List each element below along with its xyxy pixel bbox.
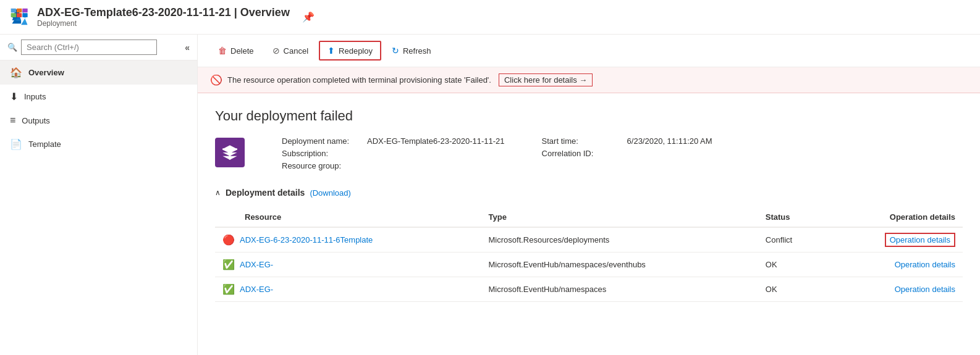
table-row: ✅ADX-EG-Microsoft.EventHub/namespacesOKO… bbox=[215, 277, 963, 302]
azure-logo bbox=[10, 7, 30, 27]
collapse-sidebar-button[interactable]: « bbox=[185, 43, 190, 52]
resource-status: OK bbox=[758, 277, 825, 302]
details-header: ∧ Deployment details (Download) bbox=[215, 188, 963, 198]
deployment-details-table: Resource Type Status Operation details 🔴… bbox=[215, 207, 963, 302]
resource-link[interactable]: ADX-EG- bbox=[240, 260, 273, 269]
page-content: Your deployment failed Deployment name: bbox=[198, 93, 980, 317]
cancel-button[interactable]: ⊘ Cancel bbox=[264, 41, 316, 60]
svg-rect-3 bbox=[17, 13, 22, 17]
resource-group-row: Resource group: bbox=[282, 161, 505, 170]
toolbar: 🗑 Delete ⊘ Cancel ⬆ Redeploy ↻ Refresh bbox=[198, 35, 980, 67]
click-here-link[interactable]: Click here for details → bbox=[499, 73, 593, 86]
resource-type: Microsoft.EventHub/namespaces bbox=[481, 277, 758, 302]
pin-icon[interactable]: 📌 bbox=[302, 11, 315, 23]
content-area: 🗑 Delete ⊘ Cancel ⬆ Redeploy ↻ Refresh 🚫… bbox=[198, 35, 980, 355]
cancel-icon: ⊘ bbox=[272, 46, 280, 56]
template-icon: 📄 bbox=[10, 138, 22, 150]
sidebar-item-template[interactable]: 📄Template bbox=[0, 132, 197, 156]
svg-rect-5 bbox=[22, 13, 27, 17]
deployment-details-section: ∧ Deployment details (Download) Resource… bbox=[215, 188, 963, 302]
ok-status-icon: ✅ bbox=[222, 259, 235, 270]
operation-details-link[interactable]: Operation details bbox=[895, 260, 955, 269]
inputs-icon: ⬇ bbox=[10, 91, 18, 102]
sidebar-item-label: Outputs bbox=[22, 116, 50, 125]
overview-icon: 🏠 bbox=[10, 67, 22, 78]
page-header: ADX-EG-Template6-23-2020-11-11-21 | Over… bbox=[0, 0, 980, 35]
error-status-icon: 🔴 bbox=[222, 234, 235, 246]
info-right: Start time: 6/23/2020, 11:11:20 AM Corre… bbox=[542, 136, 712, 158]
table-row: ✅ADX-EG-Microsoft.EventHub/namespaces/ev… bbox=[215, 253, 963, 277]
deployment-name-row: Deployment name: ADX-EG-Template6-23-202… bbox=[282, 136, 505, 146]
sidebar: 🔍 « 🏠Overview⬇Inputs≡Outputs📄Template bbox=[0, 35, 198, 355]
delete-button[interactable]: 🗑 Delete bbox=[210, 41, 262, 60]
main-layout: 🔍 « 🏠Overview⬇Inputs≡Outputs📄Template 🗑 … bbox=[0, 35, 980, 355]
header-title-block: ADX-EG-Template6-23-2020-11-11-21 | Over… bbox=[37, 6, 290, 28]
sidebar-item-inputs[interactable]: ⬇Inputs bbox=[0, 85, 197, 109]
search-input[interactable] bbox=[21, 40, 157, 55]
deployment-failed-title: Your deployment failed bbox=[215, 108, 963, 124]
resource-type: Microsoft.EventHub/namespaces/eventhubs bbox=[481, 253, 758, 277]
svg-rect-4 bbox=[22, 8, 27, 12]
svg-rect-0 bbox=[11, 8, 16, 12]
col-type: Type bbox=[481, 207, 758, 227]
page-title: ADX-EG-Template6-23-2020-11-11-21 | Over… bbox=[37, 6, 290, 19]
download-link[interactable]: (Download) bbox=[310, 188, 350, 198]
col-status: Status bbox=[758, 207, 825, 227]
operation-details-link[interactable]: Operation details bbox=[895, 285, 955, 294]
page-subtitle: Deployment bbox=[37, 19, 290, 28]
table-header: Resource Type Status Operation details bbox=[215, 207, 963, 227]
search-icon: 🔍 bbox=[7, 43, 17, 52]
start-time-row: Start time: 6/23/2020, 11:11:20 AM bbox=[542, 136, 712, 146]
deployment-icon bbox=[215, 138, 245, 167]
redeploy-button[interactable]: ⬆ Redeploy bbox=[319, 41, 381, 61]
sidebar-item-label: Inputs bbox=[24, 92, 46, 101]
error-banner: 🚫 The resource operation completed with … bbox=[198, 67, 980, 93]
table-header-row: Resource Type Status Operation details bbox=[215, 207, 963, 227]
col-op-details: Operation details bbox=[825, 207, 963, 227]
search-bar: 🔍 « bbox=[0, 35, 197, 61]
info-left: Deployment name: ADX-EG-Template6-23-202… bbox=[282, 136, 505, 170]
svg-rect-2 bbox=[17, 8, 22, 12]
resource-status: OK bbox=[758, 253, 825, 277]
error-icon: 🚫 bbox=[210, 74, 222, 86]
details-section-title: Deployment details bbox=[226, 188, 305, 198]
ok-status-icon: ✅ bbox=[222, 283, 235, 295]
error-message: The resource operation completed with te… bbox=[227, 75, 491, 85]
table-row: 🔴ADX-EG-6-23-2020-11-11-6TemplateMicroso… bbox=[215, 227, 963, 253]
resource-link[interactable]: ADX-EG- bbox=[240, 285, 273, 294]
resource-status: Conflict bbox=[758, 227, 825, 253]
col-resource: Resource bbox=[215, 207, 481, 227]
package-icon bbox=[221, 144, 239, 161]
deployment-info: Deployment name: ADX-EG-Template6-23-202… bbox=[215, 136, 963, 170]
operation-details-link[interactable]: Operation details bbox=[885, 233, 955, 247]
outputs-icon: ≡ bbox=[10, 115, 15, 126]
resource-link[interactable]: ADX-EG-6-23-2020-11-11-6Template bbox=[240, 235, 373, 244]
correlation-id-row: Correlation ID: bbox=[542, 149, 712, 158]
sidebar-item-outputs[interactable]: ≡Outputs bbox=[0, 109, 197, 132]
sidebar-item-overview[interactable]: 🏠Overview bbox=[0, 61, 197, 85]
svg-rect-1 bbox=[11, 13, 16, 17]
subscription-row: Subscription: bbox=[282, 149, 505, 158]
sidebar-item-label: Template bbox=[28, 140, 61, 149]
refresh-button[interactable]: ↻ Refresh bbox=[384, 41, 439, 60]
collapse-arrow-icon[interactable]: ∧ bbox=[215, 188, 221, 197]
resource-type: Microsoft.Resources/deployments bbox=[481, 227, 758, 253]
delete-icon: 🗑 bbox=[218, 46, 227, 56]
nav-items-container: 🏠Overview⬇Inputs≡Outputs📄Template bbox=[0, 61, 197, 156]
sidebar-item-label: Overview bbox=[28, 68, 64, 77]
redeploy-icon: ⬆ bbox=[327, 46, 335, 56]
refresh-icon: ↻ bbox=[392, 46, 399, 56]
table-body: 🔴ADX-EG-6-23-2020-11-11-6TemplateMicroso… bbox=[215, 227, 963, 302]
